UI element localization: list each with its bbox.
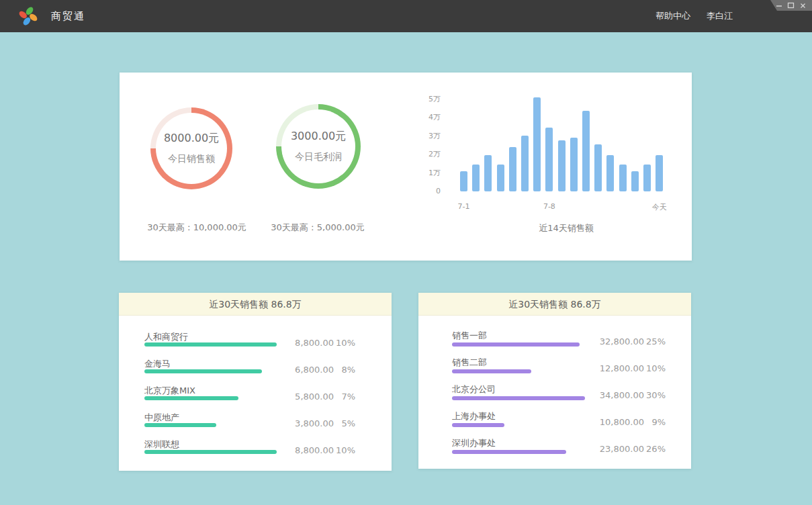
daily-sales-bar [545,128,553,191]
daily-sales-bar [472,165,480,191]
daily-sales-bar [509,147,516,191]
app-logo-icon [17,5,39,27]
row-amount: 34,800.00 [585,390,644,400]
row-progress-bar [144,369,262,373]
row-percent: 25% [644,336,666,347]
daily-sales-bar [606,155,614,191]
y-axis-tick: 0 [407,187,441,195]
row-percent: 30% [644,390,666,400]
row-percent: 8% [334,365,355,375]
y-axis-tick: 2万 [407,150,441,158]
row-figures: 12,800.0010% [585,363,666,373]
row-label: 销售一部 [452,330,487,342]
customer-sales-card: 近30天销售额 86.8万 人和商贸行8,800.0010%金海马6,800.0… [119,293,392,471]
row-label: 深圳办事处 [452,437,496,449]
row-label: 上海办事处 [452,410,496,422]
list-item: 上海办事处10,800.009% [418,410,691,437]
titlebar-nav: 帮助中心 李白江 [656,0,733,32]
daily-sales-bar [570,138,578,191]
customer-sales-list: 人和商贸行8,800.0010%金海马6,800.008%北京万象MIX5,80… [119,331,392,465]
window-controls [770,0,812,11]
list-item: 深圳办事处23,800.0026% [418,437,691,464]
app-title: 商贸通 [51,10,85,23]
row-percent: 26% [644,444,666,454]
row-progress-bar [452,342,580,347]
row-percent: 5% [334,418,355,428]
daily-sales-bar [619,165,627,191]
titlebar: 商贸通 帮助中心 李白江 [0,0,812,32]
row-figures: 8,800.0010% [275,338,355,348]
department-card-title: 近30天销售额 86.8万 [418,293,691,316]
daily-sales-bar [631,171,639,191]
row-figures: 32,800.0025% [585,336,666,347]
minimize-icon [776,2,782,9]
list-item: 销售二部12,800.0010% [418,357,691,383]
row-percent: 10% [644,363,666,373]
row-amount: 32,800.00 [585,336,644,347]
close-icon [800,3,806,9]
y-axis-tick: 1万 [407,169,441,177]
daily-sales-bar [497,165,504,191]
row-label: 中原地产 [144,412,179,424]
row-amount: 8,800.00 [275,338,334,348]
daily-sales-bar [594,144,602,191]
list-item: 中原地产3,800.005% [119,412,392,439]
row-progress-bar [144,450,277,454]
customer-card-title: 近30天销售额 86.8万 [119,293,392,316]
y-axis-tick: 4万 [407,113,441,122]
row-percent: 10% [334,445,355,455]
row-label: 北京分公司 [452,383,496,396]
daily-sales-bar [582,111,590,191]
row-label: 北京万象MIX [144,385,195,397]
row-figures: 5,800.007% [275,392,355,402]
row-amount: 3,800.00 [275,418,334,428]
maximize-icon [787,2,795,9]
daily-sales-bar [643,165,651,191]
daily-sales-bar [521,136,529,191]
daily-sales-bar [558,140,566,191]
row-progress-bar [144,342,277,347]
user-name-link[interactable]: 李白江 [707,10,733,22]
daily-sales-bar [533,97,541,191]
daily-sales-bar [656,155,663,191]
row-figures: 6,800.008% [275,365,355,375]
row-progress-bar [452,396,585,400]
row-figures: 23,800.0026% [585,444,666,454]
x-axis-tick: 7-1 [444,202,484,211]
row-progress-bar [452,423,504,427]
row-percent: 10% [334,338,355,348]
list-item: 深圳联想8,800.0010% [119,439,392,465]
maximize-button[interactable] [787,1,795,9]
department-sales-list: 销售一部32,800.0025%销售二部12,800.0010%北京分公司34,… [418,330,691,464]
list-item: 人和商贸行8,800.0010% [119,331,392,358]
department-sales-card: 近30天销售额 86.8万 销售一部32,800.0025%销售二部12,800… [418,293,691,469]
y-axis-tick: 3万 [407,132,441,140]
row-amount: 8,800.00 [275,445,334,455]
row-amount: 23,800.00 [585,444,644,454]
help-center-link[interactable]: 帮助中心 [656,10,690,22]
list-item: 北京分公司34,800.0030% [418,383,691,410]
daily-sales-bar [484,155,492,191]
daily-sales-bar [460,171,467,191]
row-figures: 3,800.005% [275,418,355,428]
close-button[interactable] [799,1,807,9]
row-label: 销售二部 [452,357,487,369]
row-figures: 10,800.009% [585,417,666,427]
row-label: 深圳联想 [144,439,179,451]
list-item: 金海马6,800.008% [119,358,392,385]
row-percent: 7% [334,392,355,402]
row-amount: 10,800.00 [585,417,644,427]
bar-chart-caption: 近14天销售额 [465,222,667,234]
today-overview-card: 8000.00元 今日销售额 30天最高：10,000.00元 3000.00元… [120,73,692,261]
x-axis-tick: 今天 [639,202,680,212]
row-amount: 6,800.00 [275,365,334,375]
x-axis-tick: 7-8 [529,202,570,211]
row-figures: 8,800.0010% [275,445,355,455]
list-item: 销售一部32,800.0025% [418,330,691,357]
row-label: 人和商贸行 [144,331,188,343]
y-axis-tick: 5万 [407,95,441,103]
row-progress-bar [452,369,531,373]
row-progress-bar [144,423,216,427]
minimize-button[interactable] [775,1,782,9]
list-item: 北京万象MIX5,800.007% [119,385,392,412]
